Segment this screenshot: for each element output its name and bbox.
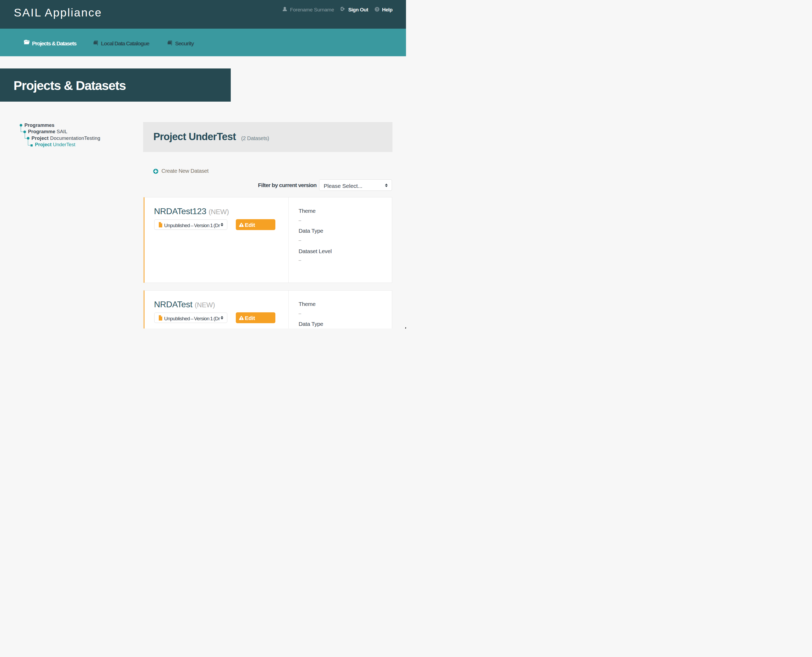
svg-text:?: ?	[376, 8, 378, 11]
